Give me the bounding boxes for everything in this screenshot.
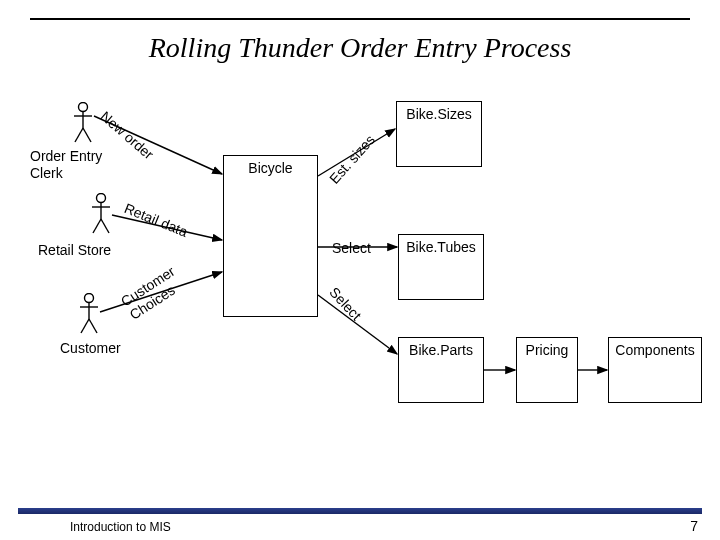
svg-line-9 [101, 219, 109, 233]
box-bicycle: Bicycle [223, 155, 318, 317]
top-rule [30, 18, 690, 20]
svg-line-14 [89, 319, 97, 333]
svg-line-8 [93, 219, 101, 233]
retail-icon [90, 193, 112, 235]
edge-retail-data: Retail data [122, 200, 190, 240]
bottom-rule [18, 508, 702, 514]
slide: Rolling Thunder Order Entry Process Bicy… [0, 0, 720, 540]
svg-line-20 [318, 295, 397, 354]
svg-line-13 [81, 319, 89, 333]
footer-left: Introduction to MIS [70, 520, 171, 534]
box-biketubes-label: Bike.Tubes [406, 239, 476, 255]
box-components: Components [608, 337, 702, 403]
svg-point-10 [85, 294, 94, 303]
customer-label: Customer [60, 340, 121, 356]
footer-right: 7 [690, 518, 698, 534]
arrows-layer [0, 0, 720, 540]
box-bikesizes-label: Bike.Sizes [406, 106, 471, 122]
edge-select-tubes: Select [332, 240, 371, 256]
svg-point-5 [97, 194, 106, 203]
box-bicycle-label: Bicycle [248, 160, 292, 176]
box-bikesizes: Bike.Sizes [396, 101, 482, 167]
svg-point-0 [79, 103, 88, 112]
edge-select-parts: Select [326, 284, 364, 323]
edge-new-order: New order [98, 108, 157, 162]
box-components-label: Components [615, 342, 694, 358]
edge-est-sizes: Est. sizes [326, 131, 378, 186]
clerk-icon [72, 102, 94, 144]
svg-line-4 [83, 128, 91, 142]
svg-line-3 [75, 128, 83, 142]
edge-customer-choices: Customer Choices [118, 263, 186, 323]
box-bikeparts: Bike.Parts [398, 337, 484, 403]
clerk-label: Order Entry Clerk [30, 148, 102, 182]
retail-label: Retail Store [38, 242, 111, 258]
slide-title: Rolling Thunder Order Entry Process [0, 32, 720, 64]
customer-icon [78, 293, 100, 335]
box-pricing: Pricing [516, 337, 578, 403]
box-pricing-label: Pricing [526, 342, 569, 358]
box-bikeparts-label: Bike.Parts [409, 342, 473, 358]
box-biketubes: Bike.Tubes [398, 234, 484, 300]
